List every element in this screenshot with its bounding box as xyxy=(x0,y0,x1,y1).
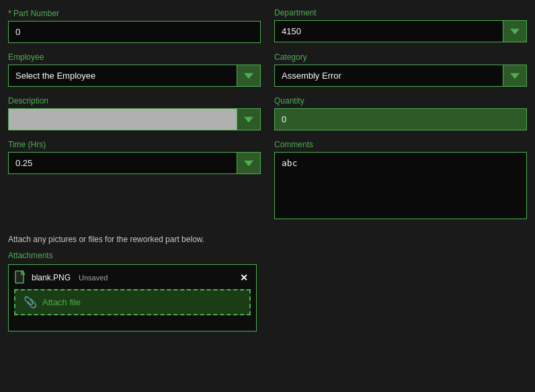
department-select[interactable]: 4150 4200 4300 xyxy=(274,20,527,42)
required-star: * xyxy=(8,8,11,18)
employee-group: Employee Select the Employee xyxy=(8,52,261,87)
part-number-input[interactable] xyxy=(8,21,261,43)
description-group: Description xyxy=(8,96,261,130)
comments-group: Comments abc xyxy=(274,140,527,221)
comments-textarea[interactable]: abc xyxy=(274,152,527,219)
description-label: Description xyxy=(8,96,261,106)
category-group: Category Assembly Error Design Error Pro… xyxy=(274,52,527,87)
unsaved-badge: Unsaved xyxy=(79,274,108,282)
part-number-group: * Part Number xyxy=(8,8,261,43)
category-select-wrapper: Assembly Error Design Error Process Erro… xyxy=(274,65,527,87)
attachment-left: blank.PNG Unsaved xyxy=(14,270,108,285)
attach-file-button[interactable]: 📎 Attach file xyxy=(14,289,251,315)
quantity-input[interactable] xyxy=(274,108,527,130)
department-select-wrapper: 4150 4200 4300 xyxy=(274,20,527,42)
paperclip-icon: 📎 xyxy=(24,296,37,309)
time-select-wrapper: 0.25 0.5 1.0 2.0 xyxy=(8,152,261,174)
comments-label: Comments xyxy=(274,140,527,149)
description-select[interactable] xyxy=(8,108,261,130)
employee-select-wrapper: Select the Employee xyxy=(8,65,261,87)
description-select-wrapper xyxy=(8,108,261,130)
svg-rect-0 xyxy=(15,271,24,283)
remove-attachment-button[interactable]: ✕ xyxy=(237,271,251,284)
attach-file-label: Attach file xyxy=(42,297,81,307)
attachments-label: Attachments xyxy=(8,251,261,260)
quantity-group: Quantity xyxy=(274,96,527,130)
part-number-label: * Part Number xyxy=(8,8,261,18)
employee-label: Employee xyxy=(8,52,261,62)
quantity-label: Quantity xyxy=(274,96,527,106)
category-label: Category xyxy=(274,52,527,62)
time-group: Time (Hrs) 0.25 0.5 1.0 2.0 xyxy=(8,140,261,221)
attach-section: Attach any pictures or files for the rew… xyxy=(8,233,261,331)
attachment-filename: blank.PNG xyxy=(32,273,71,282)
department-label: Department xyxy=(274,8,527,17)
department-group: Department 4150 4200 4300 xyxy=(274,8,527,43)
time-select[interactable]: 0.25 0.5 1.0 2.0 xyxy=(8,152,261,174)
category-select[interactable]: Assembly Error Design Error Process Erro… xyxy=(274,65,527,87)
attachments-container: blank.PNG Unsaved ✕ 📎 Attach file xyxy=(8,264,257,331)
file-icon xyxy=(14,270,28,285)
employee-select[interactable]: Select the Employee xyxy=(8,65,261,87)
attachment-item: blank.PNG Unsaved ✕ xyxy=(14,270,251,285)
time-label: Time (Hrs) xyxy=(8,140,261,149)
attach-info-text: Attach any pictures or files for the rew… xyxy=(8,233,261,245)
